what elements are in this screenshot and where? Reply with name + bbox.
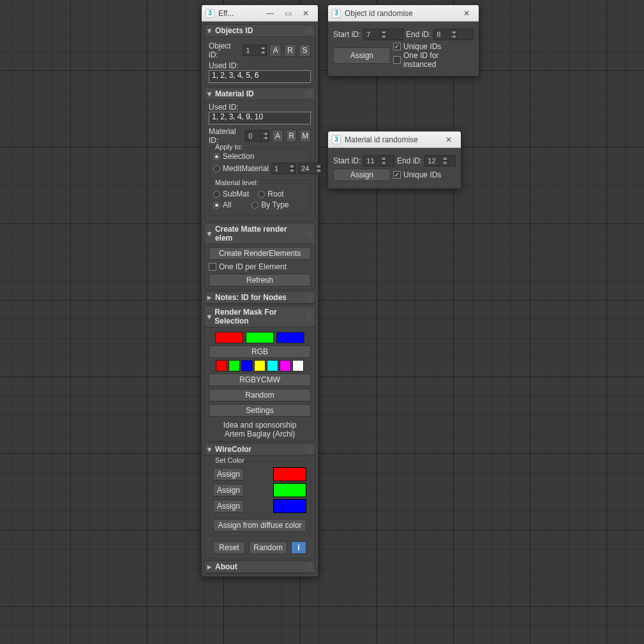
chevron-right-icon: ▸ [207, 562, 214, 571]
rgbycmw-button[interactable]: RGBYCMW [209, 373, 311, 386]
color-swatch[interactable] [273, 483, 306, 497]
color-swatch[interactable] [273, 499, 306, 513]
object-randomise-panel: 3 Object id randomise ✕ Start iD: 7▴▾ En… [327, 4, 479, 77]
panel-titlebar[interactable]: 3 Eff... — ▭ ✕ [202, 5, 318, 22]
rollout-rendermask: ▾ Render Mask For Selection RGB RGBYCMW … [204, 306, 315, 442]
random-mask-button[interactable]: Random [209, 389, 311, 401]
mat-unique-check[interactable]: Unique IDs [393, 170, 441, 179]
object-btn-r[interactable]: R [284, 44, 296, 57]
rollout-wirecolor: ▾ WireColor Set Color AssignAssignAssign… [204, 443, 315, 559]
mat-assign-button[interactable]: Assign [333, 168, 391, 181]
color-swatch[interactable] [292, 360, 304, 371]
assign-diffuse-button[interactable]: Assign from diffuse color [213, 519, 306, 532]
object-id-label: Object iD: [209, 41, 240, 59]
chevron-down-icon: ▾ [207, 229, 214, 238]
close-button[interactable]: ✕ [458, 7, 475, 20]
close-button[interactable]: ✕ [440, 133, 457, 146]
color-swatch[interactable] [254, 360, 266, 371]
obj-assign-button[interactable]: Assign [333, 47, 391, 64]
material-randomise-panel: 3 Material id randomise ✕ Start iD: 11▴▾… [327, 131, 461, 189]
rollout-material-id: ▾ Material ID Used ID: 1, 2, 3, 4, 9, 10… [204, 87, 315, 221]
material-id-spinner[interactable]: 0 ▴▾ [245, 130, 269, 142]
color-swatch[interactable] [276, 332, 304, 343]
rollout-header-objects-id[interactable]: ▾ Objects ID [205, 25, 315, 37]
rollout-header-rendermask[interactable]: ▾ Render Mask For Selection [205, 306, 315, 327]
assign-color-button[interactable]: Assign [213, 484, 244, 497]
restore-button[interactable]: ▭ [280, 7, 296, 20]
color-swatch[interactable] [280, 360, 291, 371]
grip-icon [306, 313, 312, 320]
panel-titlebar[interactable]: 3 Material id randomise ✕ [328, 131, 461, 148]
color-swatch[interactable] [241, 360, 253, 371]
one-id-per-element-check[interactable]: One ID per Element [209, 262, 311, 271]
color-swatch[interactable] [215, 332, 243, 343]
app-icon: 3 [332, 9, 341, 18]
rollout-header-notes[interactable]: ▸ Notes: ID for Nodes [205, 292, 315, 304]
obj-end-spinner[interactable]: 8▴▾ [433, 29, 474, 40]
panel-title: Object id randomise [345, 9, 413, 18]
rollout-title: About [215, 562, 237, 571]
mat-used-id-label: Used ID: [209, 103, 311, 112]
obj-unique-check[interactable]: Unique IDs [393, 42, 474, 51]
minimize-button[interactable]: — [262, 7, 278, 20]
mat-btn-m[interactable]: M [299, 130, 311, 142]
mat-start-label: Start iD: [333, 156, 361, 165]
color-swatch[interactable] [273, 467, 306, 481]
rollout-objects-id: ▾ Objects ID Object iD: 1 ▴▾ A R S Used … [204, 24, 315, 86]
obj-one-instanced-check[interactable]: One ID for instanced [393, 51, 474, 69]
mat-start-spinner[interactable]: 11▴▾ [363, 155, 394, 167]
medit-spinner-2[interactable]: 24▴▾ [298, 163, 322, 174]
radio-root[interactable]: Root [258, 190, 283, 198]
object-btn-a[interactable]: A [269, 44, 281, 57]
refresh-button[interactable]: Refresh [209, 274, 311, 287]
credit-line-1: Idea and sponsorship [209, 421, 311, 430]
panel-title: Material id randomise [345, 135, 418, 144]
color-swatch[interactable] [216, 360, 227, 371]
grip-icon [306, 446, 312, 453]
object-id-spinner[interactable]: 1 ▴▾ [243, 45, 267, 56]
wirecolor-random-button[interactable]: Random [249, 541, 287, 554]
assign-color-button[interactable]: Assign [213, 468, 244, 481]
info-button[interactable]: i [291, 541, 306, 554]
radio-all[interactable]: All [213, 200, 231, 209]
credit-line-2: Artem Baglay (Archi) [209, 430, 311, 438]
radio-selection[interactable]: Selection [213, 152, 306, 161]
obj-start-label: Start iD: [333, 30, 361, 39]
reset-button[interactable]: Reset [213, 541, 245, 554]
grip-icon [306, 27, 312, 34]
chevron-down-icon: ▾ [207, 26, 214, 35]
mat-used-id-field[interactable]: 1, 2, 3, 4, 9, 10 [209, 112, 311, 124]
grip-icon [306, 564, 312, 570]
rollout-header-matte[interactable]: ▾ Create Matte render elem [205, 223, 315, 244]
rgb-button[interactable]: RGB [209, 345, 311, 358]
grip-icon [306, 294, 312, 301]
medit-spinner-1[interactable]: 1▴▾ [271, 163, 296, 174]
rollout-header-about[interactable]: ▸ About [205, 561, 315, 573]
color-swatch[interactable] [246, 332, 274, 343]
rollout-header-wirecolor[interactable]: ▾ WireColor [205, 444, 315, 456]
mat-end-spinner[interactable]: 12▴▾ [424, 155, 456, 167]
radio-medit[interactable]: MeditMaterial [213, 164, 269, 173]
close-button[interactable]: ✕ [297, 7, 314, 20]
mat-btn-a[interactable]: A [272, 130, 283, 142]
rollout-header-material-id[interactable]: ▾ Material ID [205, 88, 315, 100]
app-icon: 3 [332, 135, 341, 144]
rollout-title: Objects ID [215, 26, 253, 35]
color-swatch[interactable] [228, 360, 240, 371]
panel-titlebar[interactable]: 3 Object id randomise ✕ [328, 5, 479, 22]
radio-submat[interactable]: SubMat [213, 190, 249, 198]
color-swatch[interactable] [267, 360, 278, 371]
object-used-id-field[interactable]: 1, 2, 3, 4, 5, 6 [209, 70, 311, 83]
obj-end-label: End iD: [406, 30, 431, 39]
assign-color-button[interactable]: Assign [213, 500, 244, 513]
create-render-elements-button[interactable]: Create RenderElements [209, 247, 311, 260]
mat-btn-r[interactable]: R [286, 130, 297, 142]
obj-start-spinner[interactable]: 7▴▾ [363, 29, 403, 40]
used-id-label: Used ID: [209, 61, 311, 70]
apply-to-group: Apply to: Selection MeditMaterial 1▴▾ 24… [209, 147, 311, 181]
rollout-title: WireColor [215, 445, 251, 454]
rollout-about: ▸ About [204, 560, 315, 574]
object-btn-s[interactable]: S [299, 44, 311, 57]
settings-button[interactable]: Settings [209, 404, 311, 417]
radio-bytype[interactable]: By Type [251, 200, 288, 209]
